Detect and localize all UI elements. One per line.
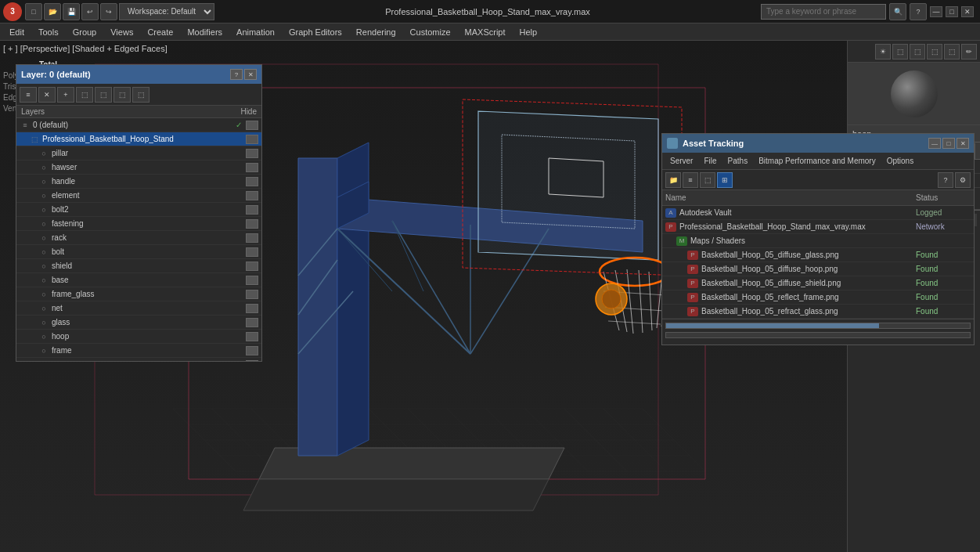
- rp-icon-6[interactable]: ✏: [961, 44, 977, 60]
- menu-item-animation[interactable]: Animation: [230, 24, 281, 40]
- layers-tb-freeze[interactable]: ≡: [20, 87, 37, 103]
- help-btn[interactable]: ?: [910, 3, 927, 20]
- layers-tb-btn5[interactable]: ⬚: [95, 87, 112, 103]
- asset-window-buttons: — □ ✕: [928, 138, 969, 149]
- layer-item[interactable]: ○fastening: [16, 217, 261, 231]
- rp-icon-3[interactable]: ⬚: [910, 44, 925, 60]
- menu-item-customize[interactable]: Customize: [404, 24, 457, 40]
- asset-minimize-btn[interactable]: —: [928, 138, 941, 149]
- menu-item-tools[interactable]: Tools: [32, 24, 65, 40]
- layer-dots: [246, 276, 258, 285]
- asset-tb-icon[interactable]: ⬚: [700, 172, 715, 188]
- search-btn[interactable]: 🔍: [889, 3, 906, 20]
- layer-item[interactable]: ○hoop: [16, 330, 261, 344]
- layer-item[interactable]: ○element: [16, 189, 261, 203]
- asset-menu-item-bitmap-performance-and-memory[interactable]: Bitmap Performance and Memory: [754, 155, 881, 167]
- menu-item-maxscript[interactable]: MAXScript: [459, 24, 512, 40]
- layer-item[interactable]: ○rack: [16, 231, 261, 245]
- layer-item[interactable]: ○frame: [16, 344, 261, 358]
- menu-item-views[interactable]: Views: [104, 24, 139, 40]
- asset-menu-item-file[interactable]: File: [699, 155, 721, 167]
- layers-tb-delete[interactable]: ✕: [38, 87, 56, 103]
- asset-tb-detail[interactable]: ⊞: [717, 172, 733, 188]
- rp-icon-1[interactable]: ☀: [875, 44, 891, 60]
- layer-item[interactable]: ○net: [16, 301, 261, 316]
- menu-item-rendering[interactable]: Rendering: [350, 24, 402, 40]
- app-logo: 3: [3, 2, 22, 21]
- minimize-btn[interactable]: —: [930, 6, 942, 17]
- asset-row[interactable]: PBasketball_Hoop_05_diffuse_shield.pngFo…: [662, 276, 974, 290]
- layer-icon: ○: [38, 177, 49, 186]
- layer-check: ✓: [233, 121, 244, 129]
- redo-btn[interactable]: ↪: [100, 3, 117, 20]
- layer-name: Professional_Basketball_Hoop_Stand: [42, 135, 244, 143]
- svg-point-50: [602, 290, 621, 308]
- menu-item-edit[interactable]: Edit: [3, 24, 31, 40]
- layer-name: Professional_Basketball_Hoop_Stand: [52, 360, 244, 361]
- undo-btn[interactable]: ↩: [81, 3, 99, 20]
- asset-row-icon: P: [687, 251, 698, 260]
- layers-header: Layers Hide: [16, 106, 261, 118]
- layer-item[interactable]: ○bolt: [16, 245, 261, 259]
- titlebar-toolbar: □ 📂 💾 ↩ ↪ Workspace: Default: [25, 3, 214, 20]
- asset-menu-item-server[interactable]: Server: [665, 155, 697, 167]
- layer-name: rack: [52, 233, 244, 242]
- search-input[interactable]: [761, 4, 886, 20]
- menu-item-group[interactable]: Group: [67, 24, 103, 40]
- menu-item-graph-editors[interactable]: Graph Editors: [283, 24, 348, 40]
- asset-row[interactable]: PProfessional_Basketball_Hoop_Stand_max_…: [662, 220, 974, 234]
- layer-item[interactable]: ⬚Professional_Basketball_Hoop_Stand: [16, 132, 261, 146]
- layer-icon: ○: [38, 219, 49, 229]
- asset-row[interactable]: AAutodesk VaultLogged: [662, 206, 974, 220]
- save-btn[interactable]: 💾: [63, 3, 80, 20]
- asset-settings-btn[interactable]: ⚙: [955, 172, 971, 188]
- layers-title: Layer: 0 (default): [21, 70, 91, 79]
- layer-item[interactable]: ≡0 (default)✓: [16, 118, 261, 132]
- layers-close-btn[interactable]: ✕: [244, 69, 257, 80]
- menu-item-create[interactable]: Create: [141, 24, 179, 40]
- maximize-btn[interactable]: □: [946, 6, 958, 17]
- layer-item[interactable]: ○Professional_Basketball_Hoop_Stand: [16, 358, 261, 361]
- layer-item[interactable]: ○pillar: [16, 146, 261, 161]
- asset-row[interactable]: PBasketball_Hoop_05_diffuse_glass.pngFou…: [662, 248, 974, 262]
- asset-row[interactable]: PBasketball_Hoop_05_refract_glass.pngFou…: [662, 305, 974, 319]
- asset-menu-item-paths[interactable]: Paths: [723, 155, 753, 167]
- new-btn[interactable]: □: [25, 3, 42, 20]
- asset-row[interactable]: PBasketball_Hoop_05_diffuse_hoop.pngFoun…: [662, 262, 974, 276]
- menu-item-modifiers[interactable]: Modifiers: [181, 24, 229, 40]
- layers-tb-btn4[interactable]: ⬚: [76, 87, 93, 103]
- layer-item[interactable]: ○hawser: [16, 161, 261, 175]
- layers-help-btn[interactable]: ?: [230, 69, 243, 80]
- titlebar-right: 🔍 ? — □ ✕: [761, 3, 980, 20]
- open-btn[interactable]: 📂: [44, 3, 61, 20]
- asset-menu-item-options[interactable]: Options: [882, 155, 918, 167]
- layer-dots: [246, 247, 258, 257]
- asset-tb-folder[interactable]: 📁: [665, 172, 681, 188]
- layers-tb-btn6[interactable]: ⬚: [113, 87, 131, 103]
- asset-row[interactable]: PBasketball_Hoop_05_reflect_frame.pngFou…: [662, 290, 974, 305]
- menu-item-help[interactable]: Help: [513, 24, 544, 40]
- rp-icon-5[interactable]: ⬚: [944, 44, 960, 60]
- layer-item[interactable]: ○bolt2: [16, 203, 261, 217]
- asset-help-btn[interactable]: ?: [938, 172, 953, 188]
- asset-close-btn[interactable]: ✕: [957, 138, 969, 149]
- asset-maximize-btn[interactable]: □: [942, 138, 955, 149]
- close-btn[interactable]: ✕: [961, 6, 974, 17]
- layer-item[interactable]: ○handle: [16, 175, 261, 189]
- layer-item[interactable]: ○shield: [16, 259, 261, 273]
- layers-scroll[interactable]: ≡0 (default)✓⬚Professional_Basketball_Ho…: [16, 118, 261, 361]
- layer-item[interactable]: ○glass: [16, 316, 261, 330]
- layer-item[interactable]: ○frame_glass: [16, 287, 261, 301]
- asset-row[interactable]: MMaps / Shaders: [662, 234, 974, 248]
- rp-icon-2[interactable]: ⬚: [892, 44, 908, 60]
- rp-icon-4[interactable]: ⬚: [927, 44, 942, 60]
- layer-item[interactable]: ○base: [16, 273, 261, 287]
- layers-tb-btn7[interactable]: ⬚: [132, 87, 150, 103]
- asset-scroll[interactable]: AAutodesk VaultLoggedPProfessional_Baske…: [662, 206, 974, 319]
- layers-tb-add[interactable]: +: [57, 87, 74, 103]
- preview-sphere: [891, 70, 938, 117]
- asset-tb-list[interactable]: ≡: [683, 172, 698, 188]
- layer-name: handle: [52, 177, 244, 186]
- asset-progress-bar-2: [665, 332, 971, 338]
- workspace-selector[interactable]: Workspace: Default: [119, 3, 214, 20]
